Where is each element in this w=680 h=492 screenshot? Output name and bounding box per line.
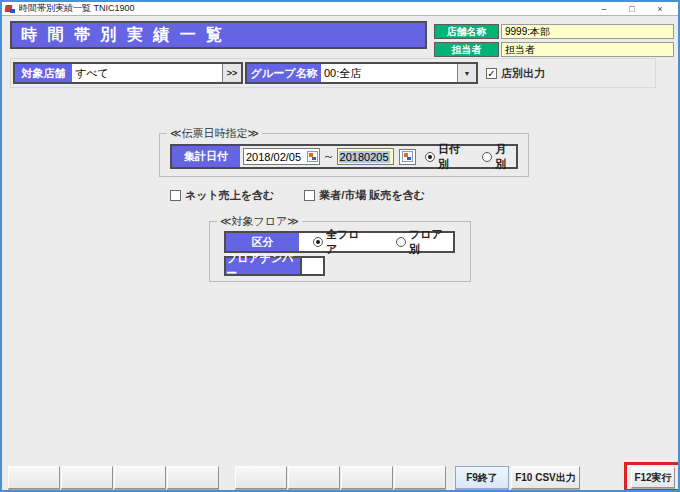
target-store-label: 対象店舗: [15, 64, 72, 82]
calendar-icon[interactable]: [307, 151, 318, 162]
footer-button-empty[interactable]: [114, 466, 166, 489]
radio-by-floor[interactable]: フロア別: [396, 227, 453, 257]
vendor-market-checkbox[interactable]: 業者/市場 販売を含む: [304, 188, 425, 203]
minimize-icon[interactable]: –: [590, 2, 618, 16]
store-picker-button[interactable]: >>: [222, 64, 241, 82]
group-name-label: グループ名称: [247, 64, 321, 82]
slip-date-groupbox: ≪伝票日時指定≫ 集計日付 2018/02/05 ～ 20180205 日付別 …: [159, 133, 529, 177]
date-label: 集計日付: [172, 146, 240, 167]
footer-button-empty[interactable]: [61, 466, 113, 489]
include-options-row: ネット売上を含む 業者/市場 販売を含む: [170, 188, 425, 203]
radio-unselected-icon: [396, 237, 406, 247]
division-label: 区分: [226, 233, 299, 251]
page-title: 時 間 帯 別 実 績 一 覧: [10, 21, 427, 49]
floor-group-title: ≪対象フロア≫: [217, 214, 302, 229]
staff-label: 担当者: [434, 42, 499, 57]
checkbox-unchecked-icon: [170, 190, 181, 201]
store-name-value: 9999:本部: [501, 24, 674, 39]
checkbox-unchecked-icon: [304, 190, 315, 201]
radio-all-floor-label: 全フロア: [326, 227, 370, 257]
radio-unselected-icon: [482, 152, 492, 162]
vendor-market-label: 業者/市場 販売を含む: [319, 188, 425, 203]
store-name-label: 店舗名称: [434, 24, 499, 39]
radio-by-floor-label: フロア別: [409, 227, 453, 257]
radio-daily-label: 日付別: [438, 142, 469, 172]
slip-date-group-title: ≪伝票日時指定≫: [167, 126, 262, 141]
chevron-down-icon: ▼: [464, 70, 471, 77]
close-icon[interactable]: ×: [646, 2, 674, 16]
per-store-output-checkbox[interactable]: ✓ 店別出力: [486, 66, 545, 81]
range-separator: ～: [320, 148, 336, 165]
calendar-icon: [402, 151, 413, 162]
annotation-highlight: [624, 462, 680, 492]
radio-selected-icon: [425, 152, 435, 162]
f9-exit-button[interactable]: F9終了: [455, 466, 509, 489]
calendar-button[interactable]: [399, 149, 415, 165]
date-to-value: 20180205: [339, 151, 390, 163]
app-icon: [5, 4, 15, 13]
floor-number-input[interactable]: [302, 256, 325, 276]
floor-number-label: フロアナンバー: [224, 256, 302, 276]
target-store-input[interactable]: すべて: [72, 64, 222, 82]
floor-number-row: フロアナンバー: [224, 256, 325, 276]
date-from-value: 2018/02/05: [244, 151, 307, 163]
per-store-output-label: 店別出力: [501, 66, 545, 81]
staff-value: 担当者: [501, 42, 674, 57]
radio-daily[interactable]: 日付別: [425, 142, 469, 172]
radio-selected-icon: [313, 237, 323, 247]
date-row: 集計日付 2018/02/05 ～ 20180205 日付別 月別: [170, 144, 518, 169]
maximize-icon[interactable]: □: [618, 2, 646, 16]
radio-all-floor[interactable]: 全フロア: [313, 227, 370, 257]
f10-csv-export-button[interactable]: F10 CSV出力: [511, 466, 580, 489]
target-store-group: 対象店舗 すべて >>: [13, 62, 243, 84]
radio-monthly[interactable]: 月別: [482, 142, 516, 172]
net-sales-checkbox[interactable]: ネット売上を含む: [170, 188, 274, 203]
radio-monthly-label: 月別: [495, 142, 516, 172]
floor-groupbox: ≪対象フロア≫ 区分 全フロア フロア別 フロアナンバー: [209, 221, 471, 282]
footer-button-empty[interactable]: [8, 466, 60, 489]
footer-button-empty[interactable]: [341, 466, 393, 489]
footer-button-empty[interactable]: [288, 466, 340, 489]
dropdown-button[interactable]: ▼: [457, 64, 476, 82]
footer-button-empty[interactable]: [235, 466, 287, 489]
division-row: 区分 全フロア フロア別: [224, 231, 455, 253]
footer-button-empty[interactable]: [394, 466, 446, 489]
app-window: 時間帯別実績一覧 TNIC1900 – □ × 時 間 帯 別 実 績 一 覧 …: [0, 0, 680, 492]
group-name-group: グループ名称 00:全店 ▼: [245, 62, 478, 84]
window-title: 時間帯別実績一覧 TNIC1900: [19, 2, 135, 15]
date-to-field[interactable]: 20180205: [337, 148, 395, 165]
date-from-field[interactable]: 2018/02/05: [243, 148, 320, 165]
group-name-select[interactable]: 00:全店: [321, 64, 457, 82]
net-sales-label: ネット売上を含む: [185, 188, 274, 203]
title-bar: 時間帯別実績一覧 TNIC1900 – □ ×: [2, 2, 678, 16]
footer-button-empty[interactable]: [167, 466, 219, 489]
checkbox-checked-icon: ✓: [486, 68, 497, 79]
